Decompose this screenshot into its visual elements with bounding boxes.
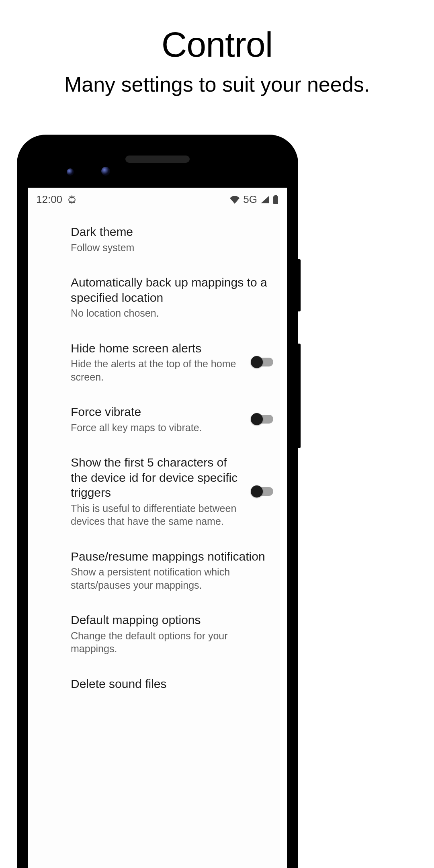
setting-title: Default mapping options [71,612,276,628]
settings-list[interactable]: Dark theme Follow system Automatically b… [28,210,287,702]
setting-desc: This is useful to differentiate between … [71,502,243,528]
setting-hide-alerts[interactable]: Hide home screen alerts Hide the alerts … [28,330,287,394]
app-status-icon [68,195,76,204]
promo-header: Control Many settings to suit your needs… [0,0,434,98]
setting-title: Show the first 5 characters of the devic… [71,455,243,500]
wifi-icon [229,196,240,204]
setting-delete-sound-files[interactable]: Delete sound files [28,666,287,702]
toggle-switch[interactable] [252,415,273,424]
phone-camera-icon [67,168,74,176]
setting-title: Dark theme [71,224,276,240]
phone-frame: 12:00 5G [17,135,298,868]
setting-title: Pause/resume mappings notification [71,549,276,564]
promo-subtitle: Many settings to suit your needs. [0,72,434,98]
setting-title: Delete sound files [71,676,276,692]
setting-force-vibrate[interactable]: Force vibrate Force all key maps to vibr… [28,394,287,444]
signal-icon [260,196,269,204]
status-time: 12:00 [36,193,62,206]
phone-side-button [297,259,301,311]
phone-earpiece [125,156,190,163]
toggle-switch[interactable] [252,487,273,496]
setting-show-device-id[interactable]: Show the first 5 characters of the devic… [28,444,287,538]
network-label: 5G [243,193,257,206]
setting-default-mapping-options[interactable]: Default mapping options Change the defau… [28,602,287,666]
setting-pause-resume-notification[interactable]: Pause/resume mappings notification Show … [28,538,287,602]
setting-desc: No location chosen. [71,307,276,320]
setting-desc: Follow system [71,241,276,254]
status-bar: 12:00 5G [28,188,287,210]
battery-icon [272,195,279,205]
setting-desc: Change the default options for your mapp… [71,629,276,655]
svg-rect-0 [273,196,278,204]
phone-camera-icon [101,167,110,176]
setting-title: Automatically back up mappings to a spec… [71,275,276,305]
setting-desc: Show a persistent notification which sta… [71,565,276,592]
promo-title: Control [0,24,434,65]
setting-title: Hide home screen alerts [71,341,243,356]
setting-desc: Hide the alerts at the top of the home s… [71,357,243,383]
setting-title: Force vibrate [71,404,243,420]
toggle-switch[interactable] [252,358,273,366]
setting-backup-mappings[interactable]: Automatically back up mappings to a spec… [28,264,287,330]
phone-side-button [297,344,301,448]
svg-rect-1 [274,195,277,197]
phone-screen: 12:00 5G [28,188,287,868]
setting-dark-theme[interactable]: Dark theme Follow system [28,214,287,264]
setting-desc: Force all key maps to vibrate. [71,421,243,434]
